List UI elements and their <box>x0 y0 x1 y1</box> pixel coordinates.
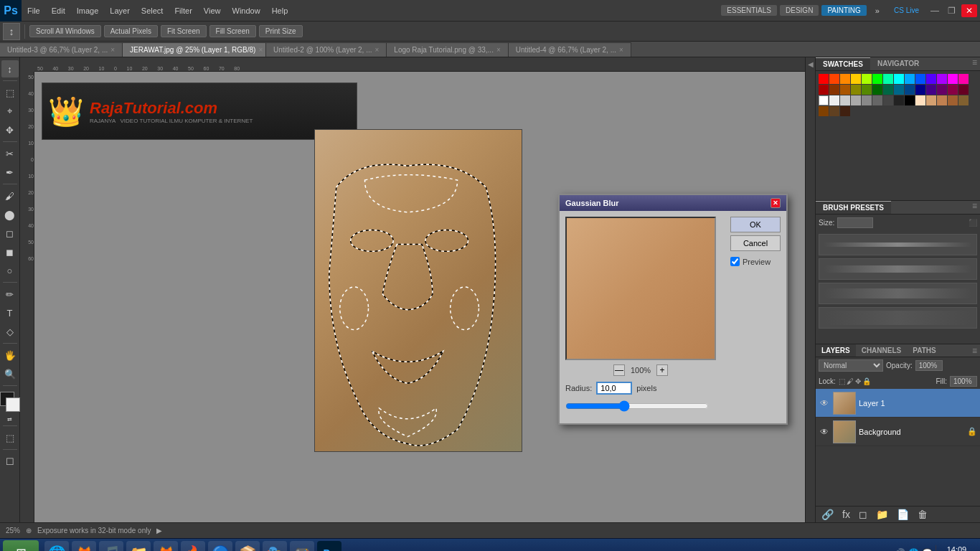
new-layer-btn[interactable]: 📄 <box>894 509 912 520</box>
swatch-light-gray-1[interactable] <box>829 95 839 105</box>
start-button[interactable]: ⊞ <box>3 540 39 552</box>
layer-item-1[interactable]: 👁 Layer 1 <box>816 389 980 418</box>
swatch-blue[interactable] <box>915 74 925 84</box>
tab-3[interactable]: Logo Raja Tutorial.png @ 33,... × <box>387 42 508 57</box>
tool-crop[interactable]: ✂ <box>1 145 19 162</box>
fill-input[interactable] <box>950 376 977 387</box>
swatch-extra-1[interactable] <box>819 106 829 116</box>
cancel-button[interactable]: Cancel <box>730 235 781 251</box>
canvas-area[interactable]: 50 40 30 20 10 0 10 20 30 40 50 60 70 80… <box>20 57 805 522</box>
swatch-light-gray-2[interactable] <box>840 95 850 105</box>
panel-collapse-arrow[interactable]: ◀ <box>805 57 815 522</box>
swatch-extra-3[interactable] <box>840 106 850 116</box>
swatch-dark-sky[interactable] <box>905 85 915 95</box>
swatch-dark-magenta[interactable] <box>948 85 958 95</box>
zoom-out-btn[interactable]: — <box>613 364 625 376</box>
tool-eyedropper[interactable]: ✒ <box>1 164 19 181</box>
preview-checkbox[interactable] <box>730 257 740 266</box>
tab-1-close[interactable]: × <box>258 46 263 54</box>
swatch-dark-violet[interactable] <box>926 85 936 95</box>
lock-all[interactable]: 🔒 <box>862 377 871 385</box>
ok-button[interactable]: OK <box>730 217 781 232</box>
layer-item-background[interactable]: 👁 Background 🔒 <box>816 418 980 446</box>
blend-mode-select[interactable]: Normal Dissolve Multiply <box>819 359 883 372</box>
tool-marquee[interactable]: ⬚ <box>1 84 19 101</box>
swatch-dark-purple[interactable] <box>937 85 947 95</box>
tab-4[interactable]: Untitled-4 @ 66,7% (Layer 2, ... × <box>509 42 631 57</box>
swatch-red[interactable] <box>819 74 829 84</box>
swatch-skin-1[interactable] <box>915 95 925 105</box>
radius-input[interactable] <box>596 382 632 395</box>
swatch-light-gray-3[interactable] <box>851 95 861 105</box>
swatch-green[interactable] <box>872 74 882 84</box>
tray-volume[interactable]: 🔊 <box>895 548 905 552</box>
taskbar-game2[interactable]: 🎮 <box>290 541 314 552</box>
tray-chat[interactable]: 💬 <box>922 548 933 552</box>
link-layers-btn[interactable]: 🔗 <box>819 509 837 520</box>
swatch-orange-red[interactable] <box>829 74 839 84</box>
layer-mask-btn[interactable]: ◻ <box>856 509 870 520</box>
background-color[interactable] <box>6 397 20 412</box>
tool-hand[interactable]: 🖐 <box>1 347 19 364</box>
menu-help[interactable]: Help <box>266 0 294 21</box>
swatch-magenta[interactable] <box>948 74 958 84</box>
swatch-pink[interactable] <box>958 74 969 84</box>
tool-shape[interactable]: ◇ <box>1 323 19 340</box>
fit-screen-btn[interactable]: Fit Screen <box>161 25 207 37</box>
lock-position[interactable]: ✥ <box>855 377 861 385</box>
tool-zoom[interactable]: 🔍 <box>1 365 19 382</box>
layer-1-visibility[interactable]: 👁 <box>819 397 830 409</box>
delete-layer-btn[interactable]: 🗑 <box>915 509 930 520</box>
zoom-icon[interactable]: ⊕ <box>26 527 32 534</box>
swatch-teal[interactable] <box>883 74 893 84</box>
layers-panel-options[interactable]: ≡ <box>969 346 980 356</box>
taskbar-firefox2[interactable]: 🦊 <box>154 541 178 552</box>
menu-image[interactable]: Image <box>71 0 105 21</box>
actual-pixels-btn[interactable]: Actual Pixels <box>104 25 158 37</box>
swatch-skin-4[interactable] <box>948 95 958 105</box>
swatch-olive[interactable] <box>862 85 872 95</box>
taskbar-game[interactable]: 🎭 <box>263 541 287 552</box>
zoom-in-btn[interactable]: + <box>656 364 668 376</box>
print-size-btn[interactable]: Print Size <box>259 25 303 37</box>
swatch-dark-gray-2[interactable] <box>883 95 893 105</box>
taskbar-files[interactable]: 📁 <box>126 541 151 552</box>
taskbar-firefox[interactable]: 🦊 <box>72 541 96 552</box>
tab-brush-presets[interactable]: BRUSH PRESETS <box>816 201 891 214</box>
layer-effects-btn[interactable]: fx <box>839 509 853 520</box>
tab-paths[interactable]: PATHS <box>907 344 941 357</box>
swatch-purple[interactable] <box>937 74 947 84</box>
tab-0[interactable]: Untitled-3 @ 66,7% (Layer 2, ... × <box>0 42 123 57</box>
workspace-painting[interactable]: PAINTING <box>821 5 866 16</box>
tab-0-close[interactable]: × <box>110 46 115 54</box>
tool-pen[interactable]: ✏ <box>1 286 19 303</box>
swatch-green-yellow[interactable] <box>862 74 872 84</box>
swatch-extra-2[interactable] <box>829 106 839 116</box>
menu-select[interactable]: Select <box>136 0 169 21</box>
tab-channels[interactable]: CHANNELS <box>856 344 908 357</box>
menu-filter[interactable]: Filter <box>169 0 197 21</box>
taskbar-ie[interactable]: 🌐 <box>44 541 69 552</box>
radius-slider[interactable] <box>565 400 709 412</box>
tray-network[interactable]: 🌐 <box>908 548 919 552</box>
tool-screen-mode[interactable]: ☐ <box>1 453 19 470</box>
tab-4-close[interactable]: × <box>619 46 623 54</box>
brush-preset-1[interactable] <box>819 234 977 255</box>
brush-preset-3[interactable] <box>819 283 977 304</box>
window-minimize[interactable]: — <box>928 6 942 16</box>
tool-options-icon[interactable]: ↕ <box>3 23 20 40</box>
tab-layers[interactable]: LAYERS <box>816 344 856 357</box>
swatch-orange[interactable] <box>840 74 850 84</box>
tab-2-close[interactable]: × <box>375 46 380 54</box>
workspace-design[interactable]: DESIGN <box>780 5 819 16</box>
swatch-black[interactable] <box>905 95 915 105</box>
opacity-input[interactable] <box>915 360 943 371</box>
swatch-skin-2[interactable] <box>926 95 936 105</box>
swatch-dark-teal[interactable] <box>883 85 893 95</box>
brush-panel-icon[interactable]: ⬛ <box>969 219 977 227</box>
menu-window[interactable]: Window <box>227 0 266 21</box>
swatch-violet[interactable] <box>926 74 936 84</box>
taskbar-ps[interactable]: Ps <box>317 541 341 552</box>
size-input[interactable] <box>837 217 873 228</box>
swatch-dark-cyan[interactable] <box>894 85 904 95</box>
